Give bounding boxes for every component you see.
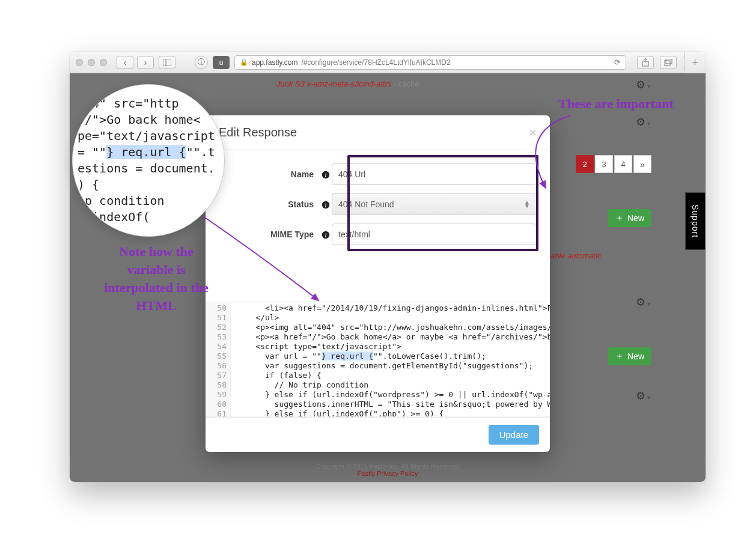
svg-text:i: i xyxy=(325,232,327,239)
reload-icon[interactable]: ⟳ xyxy=(614,58,621,67)
info-icon[interactable]: i xyxy=(320,169,332,180)
name-label: Name xyxy=(212,169,320,179)
modal-footer: Update xyxy=(206,417,550,452)
bg-item-junk: Junk S3 x-amz-meta-s3cmd-attrs - cache xyxy=(276,79,654,88)
plus-icon: ＋ xyxy=(615,351,624,362)
share-icon[interactable] xyxy=(637,56,654,69)
mime-label: MIME Type xyxy=(212,230,320,239)
line-gutter: 50 51 52 53 54 55 56 57 58 59 60 61 62 6… xyxy=(206,302,231,416)
page-footer: Copyright © 2015 Fastly Inc. All Rights … xyxy=(70,463,706,477)
annotation-important: These are important xyxy=(553,96,679,112)
url-path: /#configure/service/78HZcL4LtdYlfuAfkCLM… xyxy=(301,58,450,67)
gear-icon[interactable]: ⚙ xyxy=(636,78,650,91)
gear-icon[interactable]: ⚙ xyxy=(636,389,650,403)
info-icon[interactable]: i xyxy=(320,199,332,210)
annotation-interpolation: Note how the variable is interpolated in… xyxy=(96,243,216,315)
chevron-updown-icon: ▲▼ xyxy=(524,201,530,208)
forward-button[interactable]: › xyxy=(137,56,154,69)
new-button[interactable]: ＋New xyxy=(608,347,651,365)
info-icon[interactable]: i xyxy=(320,229,332,240)
magnifier-callout: 404" src="http '/">Go back home< pe="tex… xyxy=(72,84,225,237)
page-4[interactable]: 4 xyxy=(614,155,632,173)
status-label: Status xyxy=(212,199,320,209)
plus-icon: ＋ xyxy=(615,213,624,224)
name-input[interactable] xyxy=(332,163,537,185)
edit-response-modal: Edit Response × Name i Status i 4 xyxy=(206,115,550,452)
address-bar[interactable]: 🔒 app.fastly.com/#configure/service/78HZ… xyxy=(234,55,626,70)
status-value: 404 Not Found xyxy=(338,199,394,209)
svg-text:i: i xyxy=(325,202,327,208)
code-editor[interactable]: 50 51 52 53 54 55 56 57 58 59 60 61 62 6… xyxy=(206,302,550,417)
modal-header: Edit Response × xyxy=(206,115,550,150)
extension-badge[interactable]: u xyxy=(213,56,230,69)
svg-text:i: i xyxy=(325,172,327,178)
svg-rect-0 xyxy=(163,59,171,66)
support-tab[interactable]: Support xyxy=(685,192,706,250)
gear-icon[interactable]: ⚙ xyxy=(636,296,650,309)
bg-item-auto: able automatic xyxy=(550,251,602,260)
page-3[interactable]: 3 xyxy=(595,155,613,173)
new-tab-button[interactable]: + xyxy=(684,52,706,73)
svg-rect-3 xyxy=(664,61,670,65)
copyright-text: Copyright © 2015 Fastly Inc. All Rights … xyxy=(70,463,706,470)
zoom-window-icon[interactable] xyxy=(100,59,107,66)
page-next[interactable]: » xyxy=(633,155,651,173)
page-2[interactable]: 2 xyxy=(576,155,594,173)
form-row-mime: MIME Type i xyxy=(212,224,537,245)
back-button[interactable]: ‹ xyxy=(117,56,133,69)
privacy-link[interactable]: Fastly Privacy Policy xyxy=(70,470,706,477)
minimize-window-icon[interactable] xyxy=(88,59,95,66)
modal-form: Name i Status i 404 Not Found ▲▼ xyxy=(206,150,550,245)
code-lines: <li><a href="/2014/10/19/fixing-djangos-… xyxy=(231,302,550,416)
nav-buttons: ‹ › xyxy=(117,56,154,69)
reader-icon[interactable]: ⓘ xyxy=(195,56,208,69)
sidebar-toggle-icon[interactable] xyxy=(159,56,175,69)
status-select[interactable]: 404 Not Found ▲▼ xyxy=(332,193,537,215)
tabs-icon[interactable] xyxy=(660,56,677,69)
gear-icon[interactable]: ⚙ xyxy=(636,115,650,129)
close-window-icon[interactable] xyxy=(76,59,83,66)
modal-title: Edit Response xyxy=(219,126,297,139)
titlebar: ‹ › ⓘ u 🔒 app.fastly.com/#configure/serv… xyxy=(70,52,706,73)
pagination: 2 3 4 » xyxy=(576,155,651,173)
mime-input[interactable] xyxy=(332,224,537,245)
update-button[interactable]: Update xyxy=(489,425,539,445)
url-domain: app.fastly.com xyxy=(252,58,297,67)
form-row-status: Status i 404 Not Found ▲▼ xyxy=(212,193,537,215)
close-icon[interactable]: × xyxy=(529,125,537,141)
svg-rect-4 xyxy=(666,59,672,64)
traffic-lights xyxy=(76,59,107,66)
lock-icon: 🔒 xyxy=(240,58,248,66)
form-row-name: Name i xyxy=(212,163,537,185)
new-button[interactable]: ＋New xyxy=(608,209,651,227)
